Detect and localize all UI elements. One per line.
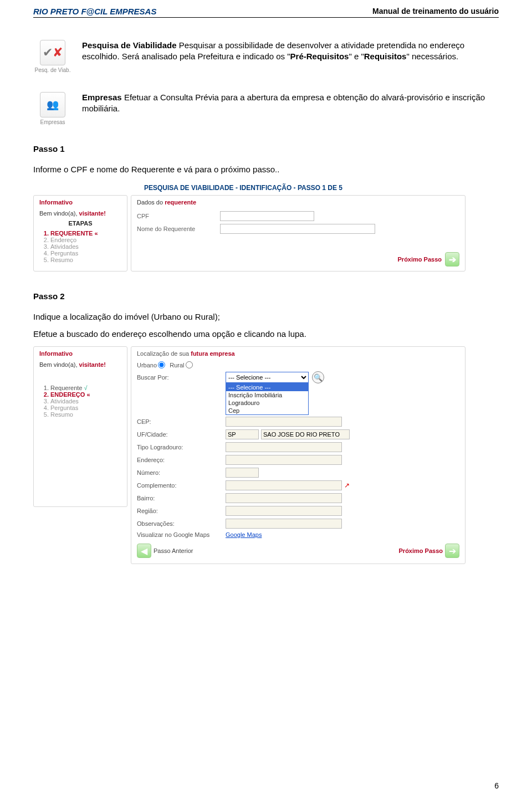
cpf-input[interactable] <box>220 211 314 221</box>
shot2-step-2[interactable]: ENDEREÇO « <box>50 391 121 398</box>
shot2-prev-label: Passo Anterior <box>154 547 193 554</box>
complemento-input[interactable] <box>226 480 342 490</box>
empresas-term: Empresas <box>82 93 122 102</box>
buscar-por-wrap: --- Selecione --- --- Selecione --- Insc… <box>226 372 309 383</box>
shot1-step-5[interactable]: Resumo <box>50 257 121 263</box>
dropdown-opt-3[interactable]: Cep <box>226 407 308 414</box>
shot1-sidebar: Informativo Bem vindo(a), visitante! ETA… <box>33 195 127 272</box>
dropdown-opt-1[interactable]: Inscrição Imobiliária <box>226 391 308 399</box>
shot2-rural-label: Rural <box>170 362 184 368</box>
shot2-step-5[interactable]: Resumo <box>50 411 121 418</box>
shot1-step-4[interactable]: Perguntas <box>50 250 121 257</box>
cidade-input[interactable] <box>261 429 350 439</box>
tipo-logradouro-input[interactable] <box>226 442 342 452</box>
pesq-viab-icon-col: ✔✘ Pesq. de Viab. <box>33 40 72 73</box>
pesq-viab-term: Pesquisa de Viabilidade <box>82 40 177 50</box>
shot2-informativo: Informativo <box>39 350 121 357</box>
shot2-numero-label: Número: <box>137 469 226 476</box>
shot1-main-hdr-pre: Dados do <box>137 199 165 206</box>
bairro-input[interactable] <box>226 493 342 503</box>
shot2-buscar-label: Buscar Por: <box>137 374 226 381</box>
header-left: RIO PRETO F@CIL EMPRESAS <box>33 7 156 16</box>
empresas-text-b: Efetuar a Consulta Prévia para a abertur… <box>82 93 485 113</box>
shot1-informativo: Informativo <box>39 199 121 206</box>
shot2-main-hdr-fut: futura empresa <box>191 350 234 357</box>
shot1-cpf-label: CPF <box>137 213 220 219</box>
expand-icon[interactable]: ↗ <box>344 482 350 489</box>
shot2-bairro-label: Bairro: <box>137 495 226 501</box>
regiao-input[interactable] <box>226 506 342 516</box>
arrow-right-icon: ➔ <box>445 252 459 267</box>
rural-radio[interactable] <box>186 361 193 368</box>
shot2-urbano-rural-row: Urbano Rural <box>137 361 459 368</box>
shot2-step-1[interactable]: Requerente <box>50 385 121 391</box>
section-empresas: 👥 Empresas Empresas Efetuar a Consulta P… <box>33 92 499 125</box>
google-maps-link[interactable]: Google Maps <box>226 531 262 538</box>
shot1-steps: REQUERENTE « Endereço Atividades Pergunt… <box>39 230 121 263</box>
shot2-uf-label: UF/Cidade: <box>137 431 226 438</box>
pesq-viab-prereq: Pré-Requisitos <box>290 52 349 61</box>
shot2-obs-row: Observações: <box>137 519 459 529</box>
shot2-step-3[interactable]: Atividades <box>50 398 121 404</box>
passo2-line1: Indique a localização do imóvel (Urbano … <box>33 312 499 321</box>
shot2-footer-nav: ◀ Passo Anterior Próximo Passo ➔ <box>137 544 459 558</box>
shot2-welcome-pre: Bem vindo(a), <box>39 361 79 368</box>
pesq-viab-text: Pesquisa de Viabilidade Pesquisar a poss… <box>82 40 499 73</box>
shot2-urbano-label: Urbano <box>137 362 157 368</box>
shot2-endereco-row: Endereço: <box>137 455 459 465</box>
shot2-endereco-label: Endereço: <box>137 457 226 463</box>
shot2-prev[interactable]: ◀ Passo Anterior <box>137 544 196 558</box>
shot1-nome-label: Nome do Requerente <box>137 226 220 232</box>
shot1-welcome-pre: Bem vindo(a), <box>39 210 79 217</box>
passo2-title: Passo 2 <box>33 291 499 301</box>
shot2-next[interactable]: Próximo Passo ➔ <box>397 544 459 558</box>
shot1-welcome: Bem vindo(a), visitante! <box>39 210 121 217</box>
shot1-step-1[interactable]: REQUERENTE « <box>50 230 121 237</box>
header-right: Manual de treinamento do usuário <box>372 7 499 16</box>
passo2-line2: Efetue a buscado do endereço escolhendo … <box>33 329 499 339</box>
shot2-welcome: Bem vindo(a), visitante! <box>39 361 121 368</box>
numero-input[interactable] <box>226 468 259 478</box>
shot2-buscar-row: Buscar Por: --- Selecione --- --- Seleci… <box>137 371 459 383</box>
dropdown-opt-0[interactable]: --- Selecione --- <box>226 383 308 391</box>
shot2-visitante: visitante! <box>79 361 106 368</box>
dropdown-opt-2[interactable]: Logradouro <box>226 399 308 407</box>
shot1-title: PESQUISA DE VIABILIDADE - IDENTIFICAÇÃO … <box>33 182 466 195</box>
shot1-next-label: Próximo Passo <box>398 256 442 263</box>
nome-requerente-input[interactable] <box>220 224 375 234</box>
shot2-cep-row: CEP: <box>137 417 459 427</box>
shot2-cep-label: CEP: <box>137 418 226 425</box>
arrow-left-icon: ◀ <box>137 544 151 558</box>
arrow-right-icon-2: ➔ <box>445 544 459 558</box>
screenshot-passo1: PESQUISA DE VIABILIDADE - IDENTIFICAÇÃO … <box>33 182 466 272</box>
search-icon[interactable]: 🔍 <box>312 371 324 383</box>
shot1-step-3[interactable]: Atividades <box>50 243 121 250</box>
passo1-text: Informe o CPF e nome do Requerente e vá … <box>33 165 499 174</box>
shot1-visitante: visitante! <box>79 210 106 217</box>
page-header: RIO PRETO F@CIL EMPRESAS Manual de trein… <box>33 7 499 18</box>
uf-input[interactable] <box>226 429 259 439</box>
shot1-cpf-row: CPF <box>137 211 459 221</box>
buscar-por-select[interactable]: --- Selecione --- <box>226 372 309 383</box>
cep-input[interactable] <box>226 417 342 427</box>
shot2-step-4[interactable]: Perguntas <box>50 404 121 411</box>
empresas-icon-col: 👥 Empresas <box>33 92 72 125</box>
urbano-radio[interactable] <box>158 361 165 368</box>
screenshot-passo2: Informativo Bem vindo(a), visitante! Req… <box>33 346 466 564</box>
shot2-obs-label: Observações: <box>137 520 226 527</box>
pesq-viab-icon: ✔✘ <box>40 40 65 65</box>
observacoes-input[interactable] <box>226 519 342 529</box>
endereco-input[interactable] <box>226 455 342 465</box>
pesq-viab-caption: Pesq. de Viab. <box>33 67 72 73</box>
shot2-regiao-label: Região: <box>137 508 226 514</box>
shot2-main: Localização de sua futura empresa Urbano… <box>131 346 466 564</box>
empresas-caption: Empresas <box>33 119 72 125</box>
buscar-por-dropdown-open[interactable]: --- Selecione --- Inscrição Imobiliária … <box>226 383 309 415</box>
shot2-bairro-row: Bairro: <box>137 493 459 503</box>
empresas-icon: 👥 <box>40 92 65 117</box>
shot1-step-2[interactable]: Endereço <box>50 237 121 243</box>
shot1-main: Dados do requerente CPF Nome do Requeren… <box>131 195 466 272</box>
pesq-viab-text-d: " e " <box>349 52 364 61</box>
shot1-next[interactable]: Próximo Passo ➔ <box>398 252 459 267</box>
shot2-numero-row: Número: <box>137 468 459 478</box>
